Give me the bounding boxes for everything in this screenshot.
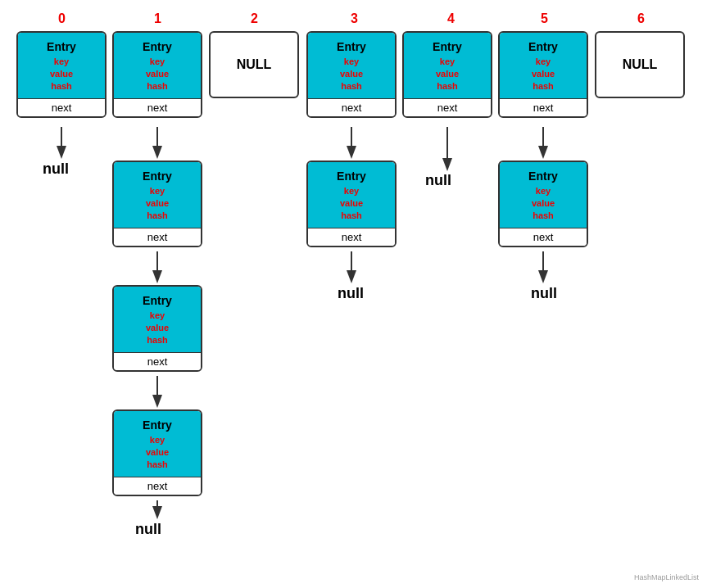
watermark: HashMapLinkedList: [634, 573, 699, 581]
entry-0-5: Entry key value hash next: [498, 31, 588, 118]
index-5: 5: [541, 11, 548, 26]
null-0: null: [43, 161, 69, 178]
entry-0-1: Entry key value hash next: [112, 31, 202, 118]
index-3: 3: [351, 11, 358, 26]
index-0: 0: [58, 11, 66, 26]
index-4: 4: [447, 11, 455, 26]
index-2: 2: [251, 11, 258, 26]
null-5: null: [531, 285, 557, 302]
index-1: 1: [154, 11, 161, 26]
entry-0-0: Entry key value hash next: [16, 31, 107, 118]
null-box-6: NULL: [595, 31, 685, 98]
entry-0-3: Entry key value hash next: [306, 31, 397, 118]
entry-3-1: Entry key value hash next: [306, 161, 397, 247]
null-3: null: [338, 285, 364, 302]
entry-1-3: Entry key value hash next: [112, 409, 202, 496]
index-6: 6: [637, 11, 645, 26]
entry-1-1: Entry key value hash next: [112, 161, 202, 247]
entry-5-1: Entry key value hash next: [498, 161, 588, 247]
entry-1-2: Entry key value hash next: [112, 285, 202, 372]
entry-0-4: Entry key value hash next: [402, 31, 492, 118]
null-1-end: null: [135, 521, 161, 538]
null-4: null: [425, 172, 451, 189]
diagram: 0 1 2 3 4 5 6 Entry key value hash next …: [0, 0, 707, 588]
null-box-2: NULL: [209, 31, 299, 98]
